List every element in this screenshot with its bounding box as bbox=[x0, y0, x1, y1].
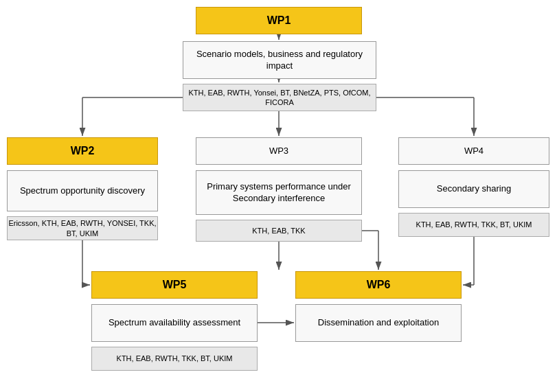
wp1-box: WP1 bbox=[196, 7, 362, 34]
wp3-label: WP3 bbox=[269, 146, 288, 157]
wp1-label: WP1 bbox=[267, 14, 291, 28]
wp1-partners: KTH, EAB, RWTH, Yonsei, BT, BNetZA, PTS,… bbox=[183, 84, 376, 111]
diagram: WP1 Scenario models, business and regula… bbox=[0, 0, 557, 392]
wp2-partners-text: Ericsson, KTH, EAB, RWTH, YONSEI, TKK, B… bbox=[8, 218, 157, 238]
wp2-description: Spectrum opportunity discovery bbox=[7, 170, 158, 211]
wp3-partners-text: KTH, EAB, TKK bbox=[252, 226, 305, 235]
wp5-partners-text: KTH, EAB, RWTH, TKK, BT, UKIM bbox=[117, 354, 233, 363]
wp2-box: WP2 bbox=[7, 137, 158, 165]
wp3-description: Primary systems performance under Second… bbox=[196, 170, 362, 215]
wp5-description: Spectrum availability assessment bbox=[91, 304, 258, 342]
wp3-desc-text: Primary systems performance under Second… bbox=[196, 181, 361, 205]
wp4-label: WP4 bbox=[464, 146, 484, 157]
wp3-box: WP3 bbox=[196, 137, 362, 165]
wp4-partners: KTH, EAB, RWTH, TKK, BT, UKIM bbox=[398, 213, 549, 237]
wp2-desc-text: Spectrum opportunity discovery bbox=[20, 185, 145, 197]
wp5-box: WP5 bbox=[91, 271, 258, 299]
wp2-partners: Ericsson, KTH, EAB, RWTH, YONSEI, TKK, B… bbox=[7, 216, 158, 240]
wp1-partners-text: KTH, EAB, RWTH, Yonsei, BT, BNetZA, PTS,… bbox=[183, 88, 376, 108]
wp4-box: WP4 bbox=[398, 137, 549, 165]
wp4-partners-text: KTH, EAB, RWTH, TKK, BT, UKIM bbox=[416, 220, 532, 229]
wp5-label: WP5 bbox=[163, 278, 187, 292]
wp4-description: Secondary sharing bbox=[398, 170, 549, 208]
wp2-label: WP2 bbox=[71, 144, 95, 159]
wp4-desc-text: Secondary sharing bbox=[437, 183, 511, 195]
wp5-desc-text: Spectrum availability assessment bbox=[109, 317, 240, 329]
wp1-desc-text: Scenario models, business and regulatory… bbox=[183, 49, 376, 72]
wp1-description: Scenario models, business and regulatory… bbox=[183, 41, 376, 79]
wp5-partners: KTH, EAB, RWTH, TKK, BT, UKIM bbox=[91, 347, 258, 371]
wp6-description: Dissemination and exploitation bbox=[295, 304, 462, 342]
wp3-partners: KTH, EAB, TKK bbox=[196, 220, 362, 242]
wp6-label: WP6 bbox=[367, 278, 391, 292]
wp6-desc-text: Dissemination and exploitation bbox=[318, 317, 439, 329]
wp6-box: WP6 bbox=[295, 271, 462, 299]
